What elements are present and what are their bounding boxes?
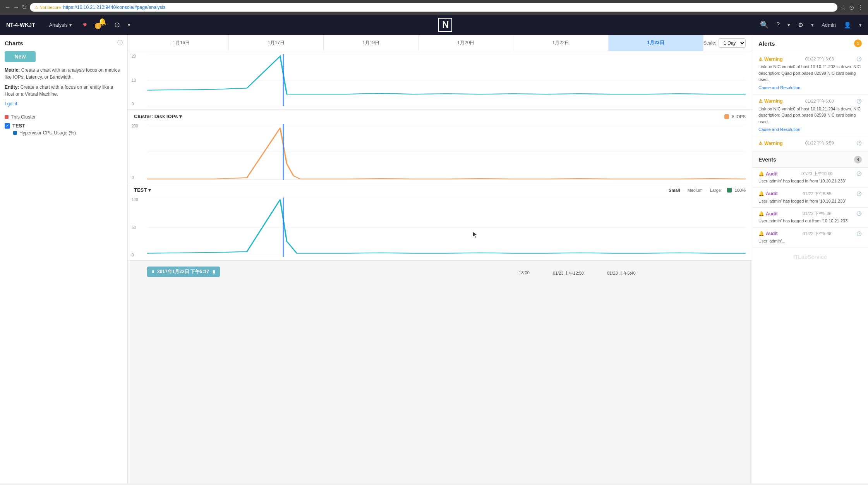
date-jan19[interactable]: 1月19日 bbox=[324, 35, 419, 51]
event-4-desc: User 'admin'... bbox=[758, 238, 862, 244]
heart-icon[interactable]: ♥ bbox=[83, 21, 87, 29]
forward-button[interactable]: → bbox=[13, 4, 19, 10]
menu-icon[interactable]: ⋮ bbox=[857, 4, 863, 11]
settings-chevron-icon: ▾ bbox=[811, 22, 814, 28]
scale-control: Scale: 1 Day bbox=[703, 38, 746, 48]
size-large[interactable]: Large bbox=[710, 188, 721, 193]
app-logo: N bbox=[438, 18, 452, 32]
analysis-chevron-icon: ▾ bbox=[69, 22, 72, 28]
metric-label: Metric: bbox=[5, 67, 20, 73]
test-legend-color bbox=[727, 188, 732, 193]
watermark: ITLabService bbox=[752, 248, 868, 266]
main-layout: Charts ⓘ New Metric: Create a chart with… bbox=[0, 35, 868, 483]
event-1-header: 🔔 Audit 01/23 上午10:00 🕐 bbox=[758, 171, 862, 177]
new-button[interactable]: New bbox=[5, 51, 36, 62]
alert-1-desc: Link on NIC vmnic0 of host 10.10.21.203 … bbox=[758, 64, 862, 83]
sub-metric-item: Hypervisor CPU Usage (%) bbox=[5, 130, 123, 136]
disk-iops-y-axis: 200 0 bbox=[132, 121, 138, 183]
event-3-time: 01/22 下午5:36 bbox=[803, 211, 831, 217]
date-jan17[interactable]: 1月17日 bbox=[229, 35, 324, 51]
event-3-desc: User 'admin' has logged out from '10.10.… bbox=[758, 218, 862, 224]
entity-description: Entity: Create a chart with a focus on a… bbox=[5, 84, 123, 98]
disk-iops-chevron-icon: ▾ bbox=[179, 114, 182, 119]
alert-1-cause-link[interactable]: Cause and Resolution bbox=[758, 85, 800, 90]
charts-area[interactable]: 20 10 0 bbox=[128, 51, 752, 483]
date-jan16[interactable]: 1月16日 bbox=[134, 35, 229, 51]
tooltip-row: ⏸ 2017年1月22日 下午5:17 ⏸ 18:00 01/23 上午12:5… bbox=[128, 261, 752, 280]
time-0123-1250: 01/23 上午12:50 bbox=[553, 270, 584, 276]
profile-icon[interactable]: ⊙ bbox=[849, 4, 854, 11]
admin-label: Admin bbox=[822, 22, 836, 28]
event-1-desc: User 'admin' has logged in from '10.10.2… bbox=[758, 178, 862, 184]
date-jan20[interactable]: 1月20日 bbox=[419, 35, 513, 51]
refresh-button[interactable]: ↻ bbox=[22, 4, 27, 10]
entity-label: Entity: bbox=[5, 84, 19, 90]
scale-select[interactable]: 1 Day bbox=[719, 38, 746, 48]
size-medium[interactable]: Medium bbox=[688, 188, 703, 193]
event-4-time: 01/22 下午5:08 bbox=[803, 231, 831, 237]
entity-checkbox[interactable]: ✓ bbox=[5, 123, 10, 129]
event-2-type: 🔔 Audit bbox=[758, 191, 778, 196]
test-chart-title[interactable]: TEST ▾ bbox=[134, 187, 151, 193]
alert-item-2: ⚠ Warning 01/22 下午6:00 🕐 Link on NIC vmn… bbox=[752, 95, 868, 137]
disk-iops-body: 200 0 bbox=[128, 121, 752, 183]
alert-2-header: ⚠ Warning 01/22 下午6:00 🕐 bbox=[758, 98, 862, 104]
timeline-header: 1月16日 1月17日 1月19日 1月20日 1月22日 1月23日 Scal… bbox=[128, 35, 752, 51]
test-legend-value: 100% bbox=[735, 188, 746, 193]
size-small[interactable]: Small bbox=[669, 188, 680, 193]
back-button[interactable]: ← bbox=[5, 4, 11, 10]
help-icon[interactable]: ? bbox=[776, 21, 780, 28]
test-chart-svg bbox=[147, 198, 746, 257]
cluster-label: This Cluster bbox=[11, 114, 36, 120]
settings-icon[interactable]: ⚙ bbox=[798, 21, 803, 29]
disk-iops-legend-color bbox=[724, 114, 729, 119]
pause-icon[interactable]: ⏸ bbox=[151, 270, 155, 274]
disk-iops-svg bbox=[147, 124, 746, 180]
date-jan23[interactable]: 1月23日 bbox=[609, 35, 703, 51]
cursor-datetime: 2017年1月22日 下午5:17 bbox=[157, 268, 209, 275]
right-panel: Alerts 1 ⚠ Warning 01/22 下午6:03 🕐 Link o… bbox=[752, 35, 868, 483]
search-icon[interactable]: 🔍 bbox=[760, 21, 769, 29]
browser-nav: ← → ↻ bbox=[5, 4, 27, 10]
event-item-3: 🔔 Audit 01/22 下午5:36 🕐 User 'admin' has … bbox=[752, 208, 868, 228]
test-chart-chevron-icon: ▾ bbox=[148, 187, 151, 193]
entity-section: ✓ TEST Hypervisor CPU Usage (%) bbox=[5, 123, 123, 136]
analysis-nav[interactable]: Analysis ▾ bbox=[46, 21, 75, 29]
admin-icon[interactable]: 👤 bbox=[844, 21, 851, 29]
event-4-clock-icon: 🕐 bbox=[856, 231, 862, 236]
analysis-label: Analysis bbox=[49, 22, 68, 28]
event-2-desc: User 'admin' has logged in from '10.10.2… bbox=[758, 198, 862, 205]
alerts-count-badge: 1 bbox=[854, 40, 862, 47]
disk-iops-legend: 8 IOPS bbox=[724, 114, 746, 119]
test-chart-legend: Small · Medium · Large 100% bbox=[669, 188, 746, 193]
sub-metric-label: Hypervisor CPU Usage (%) bbox=[19, 130, 76, 136]
event-3-header: 🔔 Audit 01/22 下午5:36 🕐 bbox=[758, 211, 862, 217]
disk-iops-title[interactable]: Cluster: Disk IOPs ▾ bbox=[134, 114, 182, 119]
main-content: 1月16日 1月17日 1月19日 1月20日 1月22日 1月23日 Scal… bbox=[128, 35, 752, 483]
alert-2-desc: Link on NIC vmnic0 of host 10.10.21.204 … bbox=[758, 106, 862, 125]
alert-3-clock-icon: 🕐 bbox=[856, 141, 862, 146]
pause-icon-right[interactable]: ⏸ bbox=[211, 269, 216, 275]
i-got-it-link[interactable]: I got it. bbox=[5, 101, 19, 107]
event-1-time: 01/23 上午10:00 bbox=[801, 171, 832, 177]
date-jan22[interactable]: 1月22日 bbox=[513, 35, 608, 51]
bottom-times: 18:00 01/23 上午12:50 01/23 上午5:40 bbox=[519, 270, 636, 276]
app-header: NT-4-WKJT Analysis ▾ ♥ 🔔 1 ⊙ ▾ N 🔍 ? ▾ ⚙… bbox=[0, 15, 868, 35]
alert-3-header: ⚠ Warning 01/22 下午5:59 🕐 bbox=[758, 140, 862, 146]
sidebar-header: Charts ⓘ bbox=[5, 40, 123, 46]
alert-3-type: ⚠ Warning bbox=[758, 141, 783, 146]
entity-name: TEST bbox=[12, 123, 25, 129]
bookmark-icon[interactable]: ☆ bbox=[841, 4, 846, 11]
info-icon[interactable]: ⓘ bbox=[117, 40, 123, 46]
alert-1-type: ⚠ Warning bbox=[758, 57, 783, 62]
cluster-color-dot bbox=[5, 115, 9, 119]
alert-2-cause-link[interactable]: Cause and Resolution bbox=[758, 127, 800, 132]
alert-1-time: 01/22 下午6:03 bbox=[805, 56, 834, 62]
address-bar[interactable]: ⚠ Not Secure https://10.10.21.210:9440/c… bbox=[30, 3, 837, 12]
alert-1-clock-icon: 🕐 bbox=[856, 57, 862, 62]
event-2-time: 01/22 下午5:55 bbox=[803, 191, 831, 197]
test-chart-header: TEST ▾ Small · Medium · Large 100% bbox=[128, 183, 752, 194]
event-item-2: 🔔 Audit 01/22 下午5:55 🕐 User 'admin' has … bbox=[752, 188, 868, 208]
events-count-badge: 4 bbox=[854, 156, 862, 163]
alert-1-header: ⚠ Warning 01/22 下午6:03 🕐 bbox=[758, 56, 862, 62]
